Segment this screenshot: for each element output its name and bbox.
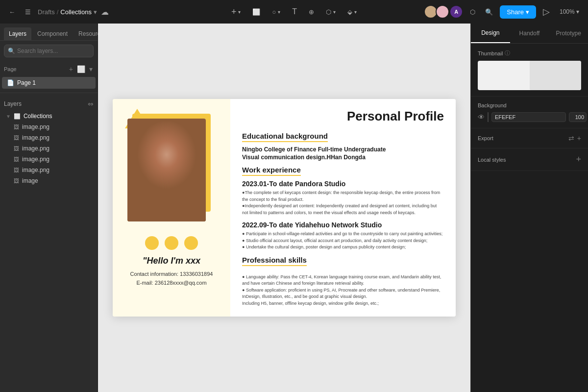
plugin-button[interactable]: ⬡ <box>467 6 478 18</box>
add-dropdown-icon: ▾ <box>238 9 241 15</box>
plugin-icon: ⬡ <box>470 8 475 16</box>
image-layer-icon-2: 🖼 <box>14 146 19 151</box>
layer-children: 🖼 image.png 🖼 image.png 🖼 image.png 🖼 im… <box>2 122 96 186</box>
add-page-button[interactable]: + <box>68 64 74 74</box>
layer-label-4: image.png <box>22 167 49 173</box>
tab-prototype[interactable]: Prototype <box>549 24 588 43</box>
page-icon: 📄 <box>7 79 14 86</box>
work2-title: 2022.09-To date Yidahehuo Network Studio <box>242 221 444 229</box>
breadcrumb: Drafts / Collections ▾ <box>38 8 97 16</box>
shape-icon: ○ <box>272 8 276 16</box>
add-local-style-button[interactable]: + <box>576 154 581 165</box>
collections-layer-item[interactable]: ▼ ⬜ Collections <box>2 111 96 122</box>
work2-desc2: ● Studio official account layout, offici… <box>242 238 444 245</box>
right-panel-tabs: Design Handoff Prototype <box>471 24 588 44</box>
pen-dropdown-icon: ▾ <box>333 9 336 15</box>
layer-item-2[interactable]: 🖼 image.png <box>10 143 96 154</box>
left-panel: Layers Component Resource 🔍 Page + ⬜ ▾ 📄… <box>0 24 98 392</box>
layer-label-2: image.png <box>22 145 49 152</box>
plus-icon: + <box>231 7 237 17</box>
photo-placeholder <box>127 119 206 221</box>
bg-color-input[interactable] <box>491 112 566 122</box>
breadcrumb-separator: / <box>57 8 59 16</box>
work-item-1: 2023.01-To date Pandora Studio ●The comp… <box>242 180 444 216</box>
page-1-item[interactable]: 📄 Page 1 <box>2 77 96 89</box>
page-section-header: Page + ⬜ ▾ <box>0 61 98 77</box>
tab-design[interactable]: Design <box>471 24 510 43</box>
components-button[interactable]: ⬙ ▾ <box>344 6 360 18</box>
export-add-button[interactable]: + <box>577 134 581 142</box>
menu-button[interactable]: ☰ <box>22 6 34 18</box>
bg-color-swatch[interactable] <box>488 112 489 122</box>
layer-label-3: image.png <box>22 156 49 163</box>
share-button[interactable]: Share ▾ <box>500 5 536 19</box>
text-tool-button[interactable]: T <box>289 5 300 18</box>
background-label: Background <box>478 102 507 108</box>
background-title: Background <box>478 102 581 108</box>
contact-info: Contact information: 13336031894 E-mail:… <box>130 270 213 287</box>
play-button[interactable]: ▷ <box>540 4 553 19</box>
thumbnail-info-icon: ⓘ <box>505 49 510 57</box>
search-layers-input[interactable] <box>4 45 94 57</box>
image-layer-icon-0: 🖼 <box>14 124 19 130</box>
search-wrapper: 🔍 <box>4 45 94 57</box>
collections-layer-label: Collections <box>24 113 52 120</box>
layer-item-0[interactable]: 🖼 image.png <box>10 122 96 132</box>
main-layout: Layers Component Resource 🔍 Page + ⬜ ▾ 📄… <box>0 24 588 392</box>
resume-card: "Hello I'm xxx Contact information: 1333… <box>113 99 456 317</box>
layer-tree: ▼ ⬜ Collections 🖼 image.png 🖼 image.png … <box>0 111 98 186</box>
export-section: Export ⇄ + <box>471 128 588 148</box>
breadcrumb-current[interactable]: Collections <box>60 8 92 16</box>
page-section-label: Page <box>4 66 17 72</box>
add-button[interactable]: + ▾ <box>228 5 244 19</box>
edu-school: Ningbo College of Finance Full-time Unde… <box>242 146 444 153</box>
bg-opacity-input[interactable] <box>569 112 587 122</box>
shape-tool-button[interactable]: ○ ▾ <box>269 6 283 18</box>
image-layer-icon-4: 🖼 <box>14 167 19 173</box>
layer-label-1: image.png <box>22 134 49 141</box>
photo-person <box>127 119 206 221</box>
components-dropdown-icon: ▾ <box>354 9 357 15</box>
edu-major: Visual communication design.HHan Dongda <box>242 154 444 161</box>
page-options-button[interactable]: ⬜ <box>76 64 86 74</box>
breadcrumb-dropdown-icon[interactable]: ▾ <box>94 8 97 16</box>
work-item-2: 2022.09-To date Yidahehuo Network Studio… <box>242 221 444 251</box>
tab-component[interactable]: Component <box>32 27 73 40</box>
skills-desc2: ● Software application: proficient in us… <box>242 287 444 300</box>
zoom-dropdown-icon: ▾ <box>576 8 579 15</box>
search-box: 🔍 <box>0 41 98 61</box>
pen-tool-button[interactable]: ⬡ ▾ <box>323 6 339 18</box>
image-layer-icon-5: 🖼 <box>14 178 19 184</box>
image-layer-icon-1: 🖼 <box>14 135 19 141</box>
back-icon: ← <box>9 8 15 16</box>
layer-item-1[interactable]: 🖼 image.png <box>10 132 96 143</box>
dots-row <box>145 236 198 250</box>
search-icon: 🔍 <box>8 48 15 54</box>
back-button[interactable]: ← <box>6 6 18 18</box>
zoom-control[interactable]: 100% ▾ <box>557 6 582 17</box>
export-options-button[interactable]: ⇄ <box>568 134 574 142</box>
canvas-area[interactable]: "Hello I'm xxx Contact information: 1333… <box>98 24 470 392</box>
cloud-icon: ☁ <box>101 7 109 17</box>
image-layer-icon-3: 🖼 <box>14 156 19 162</box>
search-toolbar-icon: 🔍 <box>485 8 493 16</box>
frame-tool-button[interactable]: ⬜ <box>249 6 263 18</box>
contact-phone: Contact information: 13336031894 <box>130 270 213 279</box>
avatar-2 <box>436 5 449 19</box>
page-expand-button[interactable]: ▾ <box>88 64 94 74</box>
tab-layers[interactable]: Layers <box>4 27 31 40</box>
photo-container <box>127 114 216 221</box>
layer-item-5[interactable]: 🖼 image <box>10 175 96 186</box>
layer-item-4[interactable]: 🖼 image.png <box>10 165 96 175</box>
bg-visibility-button[interactable]: 👁 <box>478 113 485 121</box>
components-icon: ⬙ <box>347 8 352 16</box>
layer-item-3[interactable]: 🖼 image.png <box>10 154 96 165</box>
breadcrumb-parent[interactable]: Drafts <box>38 8 55 16</box>
tab-handoff[interactable]: Handoff <box>510 24 549 43</box>
move-icon: ⊕ <box>309 8 314 16</box>
collapse-layers-button[interactable]: ⇔ <box>88 100 94 108</box>
move-tool-button[interactable]: ⊕ <box>306 6 317 18</box>
toolbar-right: A ⬡ 🔍 Share ▾ ▷ 100% ▾ <box>424 4 582 19</box>
skills-desc1: ● Language ability: Pass the CET-4, Kore… <box>242 274 444 287</box>
search-toolbar-button[interactable]: 🔍 <box>482 6 496 18</box>
